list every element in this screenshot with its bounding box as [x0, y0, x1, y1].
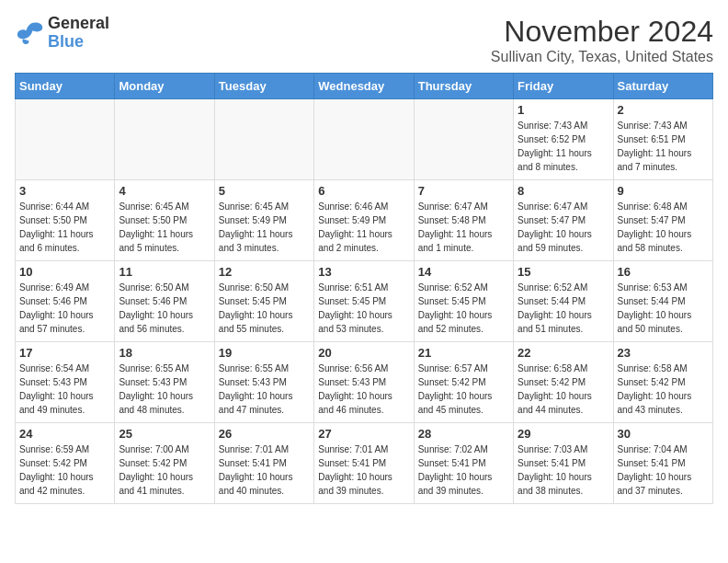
day-number: 10 — [19, 265, 110, 279]
calendar-cell: 21Sunrise: 6:57 AMSunset: 5:42 PMDayligh… — [414, 342, 513, 423]
calendar-cell: 18Sunrise: 6:55 AMSunset: 5:43 PMDayligh… — [115, 342, 214, 423]
day-number: 9 — [618, 184, 709, 198]
day-number: 17 — [19, 346, 110, 360]
day-header-tuesday: Tuesday — [214, 74, 313, 99]
day-number: 28 — [418, 427, 509, 441]
day-number: 23 — [618, 346, 709, 360]
day-number: 14 — [418, 265, 509, 279]
location-title: Sullivan City, Texas, United States — [491, 49, 713, 65]
calendar-cell: 27Sunrise: 7:01 AMSunset: 5:41 PMDayligh… — [314, 423, 414, 504]
logo: General Blue — [15, 15, 109, 52]
day-info: Sunrise: 6:45 AMSunset: 5:50 PMDaylight:… — [119, 200, 210, 255]
calendar-cell: 29Sunrise: 7:03 AMSunset: 5:41 PMDayligh… — [514, 423, 613, 504]
calendar-week-1: 1Sunrise: 7:43 AMSunset: 6:52 PMDaylight… — [16, 99, 713, 180]
day-number: 26 — [219, 427, 310, 441]
day-info: Sunrise: 7:00 AMSunset: 5:42 PMDaylight:… — [119, 442, 210, 498]
calendar-cell: 1Sunrise: 7:43 AMSunset: 6:52 PMDaylight… — [514, 99, 613, 180]
day-info: Sunrise: 6:47 AMSunset: 5:47 PMDaylight:… — [518, 200, 609, 255]
day-info: Sunrise: 7:43 AMSunset: 6:51 PMDaylight:… — [618, 119, 709, 174]
calendar-cell — [314, 99, 414, 180]
day-info: Sunrise: 7:03 AMSunset: 5:41 PMDaylight:… — [518, 442, 609, 498]
calendar-cell: 23Sunrise: 6:58 AMSunset: 5:42 PMDayligh… — [613, 342, 712, 423]
day-number: 19 — [219, 346, 310, 360]
calendar-header-row: SundayMondayTuesdayWednesdayThursdayFrid… — [16, 74, 713, 99]
calendar-cell: 26Sunrise: 7:01 AMSunset: 5:41 PMDayligh… — [214, 423, 313, 504]
day-info: Sunrise: 6:44 AMSunset: 5:50 PMDaylight:… — [19, 200, 110, 255]
day-number: 15 — [518, 265, 609, 279]
calendar-cell: 24Sunrise: 6:59 AMSunset: 5:42 PMDayligh… — [16, 423, 115, 504]
calendar-cell — [16, 99, 115, 180]
calendar-week-2: 3Sunrise: 6:44 AMSunset: 5:50 PMDaylight… — [16, 180, 713, 261]
calendar-week-3: 10Sunrise: 6:49 AMSunset: 5:46 PMDayligh… — [16, 261, 713, 342]
calendar-week-5: 24Sunrise: 6:59 AMSunset: 5:42 PMDayligh… — [16, 423, 713, 504]
calendar-cell: 20Sunrise: 6:56 AMSunset: 5:43 PMDayligh… — [314, 342, 414, 423]
day-info: Sunrise: 6:50 AMSunset: 5:45 PMDaylight:… — [219, 281, 310, 336]
day-info: Sunrise: 6:57 AMSunset: 5:42 PMDaylight:… — [418, 362, 509, 417]
day-info: Sunrise: 7:01 AMSunset: 5:41 PMDaylight:… — [318, 442, 409, 498]
day-info: Sunrise: 6:59 AMSunset: 5:42 PMDaylight:… — [19, 442, 110, 498]
calendar-table: SundayMondayTuesdayWednesdayThursdayFrid… — [15, 73, 713, 504]
calendar-cell: 30Sunrise: 7:04 AMSunset: 5:41 PMDayligh… — [613, 423, 712, 504]
day-number: 1 — [518, 103, 609, 117]
day-number: 22 — [518, 346, 609, 360]
day-number: 11 — [119, 265, 210, 279]
calendar-cell: 4Sunrise: 6:45 AMSunset: 5:50 PMDaylight… — [115, 180, 214, 261]
day-header-friday: Friday — [514, 74, 613, 99]
day-number: 13 — [318, 265, 409, 279]
header: General Blue November 2024 Sullivan City… — [15, 15, 713, 65]
day-info: Sunrise: 6:53 AMSunset: 5:44 PMDaylight:… — [618, 281, 709, 336]
day-info: Sunrise: 6:46 AMSunset: 5:49 PMDaylight:… — [318, 200, 409, 255]
day-header-wednesday: Wednesday — [314, 74, 414, 99]
month-title: November 2024 — [491, 15, 713, 49]
day-header-sunday: Sunday — [16, 74, 115, 99]
logo-icon — [15, 20, 44, 46]
day-number: 21 — [418, 346, 509, 360]
day-info: Sunrise: 6:50 AMSunset: 5:46 PMDaylight:… — [119, 281, 210, 336]
calendar-cell: 15Sunrise: 6:52 AMSunset: 5:44 PMDayligh… — [514, 261, 613, 342]
day-info: Sunrise: 6:56 AMSunset: 5:43 PMDaylight:… — [318, 362, 409, 417]
day-number: 29 — [518, 427, 609, 441]
calendar-cell: 10Sunrise: 6:49 AMSunset: 5:46 PMDayligh… — [16, 261, 115, 342]
calendar-cell: 5Sunrise: 6:45 AMSunset: 5:49 PMDaylight… — [214, 180, 313, 261]
calendar-week-4: 17Sunrise: 6:54 AMSunset: 5:43 PMDayligh… — [16, 342, 713, 423]
day-number: 24 — [19, 427, 110, 441]
logo-text: General Blue — [48, 15, 109, 52]
day-number: 16 — [618, 265, 709, 279]
day-number: 8 — [518, 184, 609, 198]
day-number: 20 — [318, 346, 409, 360]
day-info: Sunrise: 6:51 AMSunset: 5:45 PMDaylight:… — [318, 281, 409, 336]
day-info: Sunrise: 6:45 AMSunset: 5:49 PMDaylight:… — [219, 200, 310, 255]
calendar-cell: 16Sunrise: 6:53 AMSunset: 5:44 PMDayligh… — [613, 261, 712, 342]
day-number: 18 — [119, 346, 210, 360]
calendar-cell — [115, 99, 214, 180]
calendar-cell: 13Sunrise: 6:51 AMSunset: 5:45 PMDayligh… — [314, 261, 414, 342]
day-header-monday: Monday — [115, 74, 214, 99]
day-number: 3 — [19, 184, 110, 198]
calendar-cell: 25Sunrise: 7:00 AMSunset: 5:42 PMDayligh… — [115, 423, 214, 504]
day-info: Sunrise: 6:58 AMSunset: 5:42 PMDaylight:… — [518, 362, 609, 417]
calendar-cell: 9Sunrise: 6:48 AMSunset: 5:47 PMDaylight… — [613, 180, 712, 261]
day-info: Sunrise: 7:04 AMSunset: 5:41 PMDaylight:… — [618, 442, 709, 498]
day-info: Sunrise: 6:52 AMSunset: 5:45 PMDaylight:… — [418, 281, 509, 336]
day-info: Sunrise: 6:55 AMSunset: 5:43 PMDaylight:… — [119, 362, 210, 417]
calendar-cell: 17Sunrise: 6:54 AMSunset: 5:43 PMDayligh… — [16, 342, 115, 423]
day-number: 2 — [618, 103, 709, 117]
day-number: 5 — [219, 184, 310, 198]
day-header-thursday: Thursday — [414, 74, 513, 99]
day-info: Sunrise: 7:43 AMSunset: 6:52 PMDaylight:… — [518, 119, 609, 174]
day-number: 12 — [219, 265, 310, 279]
calendar-cell: 6Sunrise: 6:46 AMSunset: 5:49 PMDaylight… — [314, 180, 414, 261]
calendar-cell: 3Sunrise: 6:44 AMSunset: 5:50 PMDaylight… — [16, 180, 115, 261]
calendar-cell: 2Sunrise: 7:43 AMSunset: 6:51 PMDaylight… — [613, 99, 712, 180]
calendar-cell: 12Sunrise: 6:50 AMSunset: 5:45 PMDayligh… — [214, 261, 313, 342]
day-number: 25 — [119, 427, 210, 441]
calendar-cell: 19Sunrise: 6:55 AMSunset: 5:43 PMDayligh… — [214, 342, 313, 423]
calendar-cell: 7Sunrise: 6:47 AMSunset: 5:48 PMDaylight… — [414, 180, 513, 261]
calendar-cell: 14Sunrise: 6:52 AMSunset: 5:45 PMDayligh… — [414, 261, 513, 342]
day-info: Sunrise: 7:02 AMSunset: 5:41 PMDaylight:… — [418, 442, 509, 498]
day-number: 7 — [418, 184, 509, 198]
day-number: 27 — [318, 427, 409, 441]
day-info: Sunrise: 6:47 AMSunset: 5:48 PMDaylight:… — [418, 200, 509, 255]
day-info: Sunrise: 6:48 AMSunset: 5:47 PMDaylight:… — [618, 200, 709, 255]
day-number: 4 — [119, 184, 210, 198]
